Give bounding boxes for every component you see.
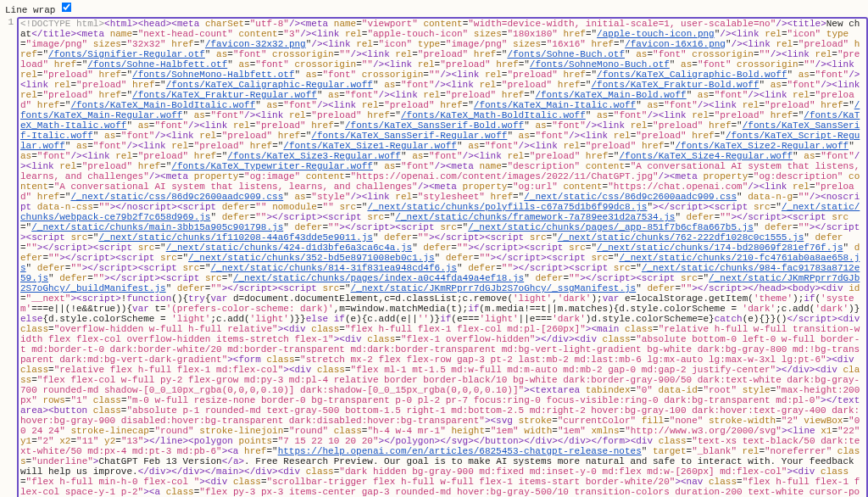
source-viewer: 1 <!DOCTYPE html><html><head><meta charS…: [0, 17, 868, 497]
line-wrap-label: Line wrap: [5, 5, 55, 15]
toolbar: Line wrap: [0, 0, 868, 17]
line-number: 1: [8, 17, 14, 27]
line-wrap-toggle[interactable]: Line wrap: [5, 2, 74, 15]
source-code[interactable]: <!DOCTYPE html><html><head><meta charSet…: [17, 17, 868, 497]
line-wrap-checkbox[interactable]: [62, 3, 72, 13]
line-gutter: 1: [0, 17, 17, 497]
